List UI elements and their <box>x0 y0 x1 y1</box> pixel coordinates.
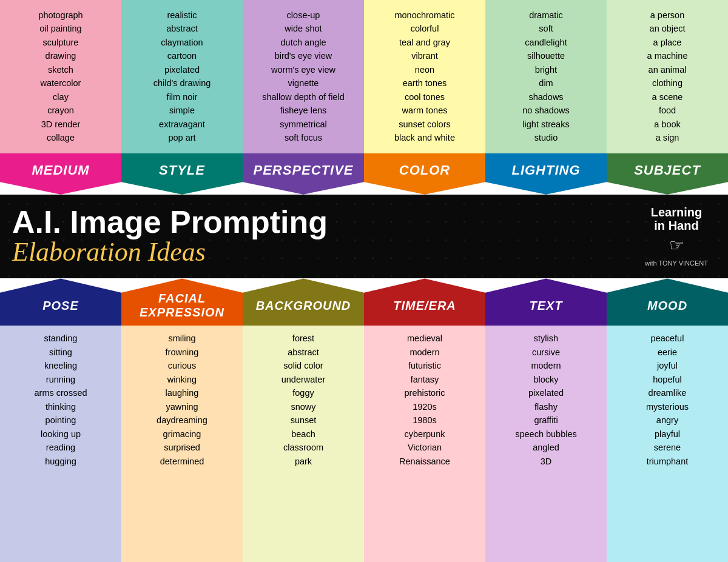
style-item-4: cartoon <box>126 49 238 62</box>
era-item-9: Victorian <box>369 441 480 454</box>
style-item-9: extravagant <box>126 118 238 131</box>
facial-item-10: determined <box>126 455 238 468</box>
color-item-7: cool tones <box>369 90 480 104</box>
style-item-5: pixelated <box>126 63 238 76</box>
bg-item-10: park <box>248 455 359 468</box>
text-label: TEXT <box>485 278 607 326</box>
banner-title: A.I. Image Prompting <box>12 206 637 238</box>
subject-item-8: food <box>612 104 723 117</box>
timeera-items-cell: medieval modern futuristic fantasy prehi… <box>364 326 485 562</box>
pose-item-2: sitting <box>5 346 116 359</box>
style-item-2: abstract <box>126 22 238 35</box>
lighting-item-3: candlelight <box>490 36 602 49</box>
perspective-item-4: bird's eye view <box>248 49 359 62</box>
style-item-7: film noir <box>126 90 238 104</box>
era-item-7: 1980s <box>369 413 480 427</box>
mood-item-3: joyful <box>612 359 723 372</box>
pose-item-8: looking up <box>5 427 116 441</box>
lighting-item-8: no shadows <box>490 104 602 117</box>
lighting-item-4: silhouette <box>490 49 602 62</box>
lighting-item-10: studio <box>490 131 602 144</box>
perspective-item-7: shallow depth of field <box>248 90 359 104</box>
pose-item-1: standing <box>5 332 116 345</box>
bg-item-3: solid color <box>248 359 359 372</box>
medium-items-cell: photograph oil painting sculpture drawin… <box>0 0 121 153</box>
subject-item-2: an object <box>612 22 723 35</box>
mood-item-2: eerie <box>612 346 723 359</box>
text-item-3: modern <box>490 359 602 372</box>
color-item-1: monochromatic <box>369 8 480 22</box>
color-item-5: neon <box>369 63 480 76</box>
perspective-item-8: fisheye lens <box>248 104 359 117</box>
mood-label: MOOD <box>607 278 728 326</box>
facial-item-3: curious <box>126 359 238 372</box>
text-item-7: graffiti <box>490 413 602 427</box>
medium-label: MEDIUM <box>0 153 121 195</box>
facial-expression-label: FACIAL EXPRESSION <box>121 278 243 326</box>
lighting-label: LIGHTING <box>485 153 607 195</box>
banner-text: A.I. Image Prompting Elaboration Ideas <box>12 206 637 267</box>
background-label: BACKGROUND <box>243 278 364 326</box>
era-item-3: futuristic <box>369 359 480 372</box>
logo-subtitle: with TONY VINCENT <box>645 259 708 267</box>
style-item-8: simple <box>126 104 238 117</box>
lighting-item-1: dramatic <box>490 8 602 22</box>
medium-item-7: clay <box>5 90 116 104</box>
style-label: STYLE <box>121 153 243 195</box>
era-item-5: prehistoric <box>369 386 480 400</box>
style-item-3: claymation <box>126 36 238 49</box>
text-items-cell: stylish cursive modern blocky pixelated … <box>485 326 607 562</box>
style-item-10: pop art <box>126 131 238 144</box>
pose-items-cell: standing sitting kneeling running arms c… <box>0 326 121 562</box>
text-item-4: blocky <box>490 373 602 386</box>
mood-item-8: playful <box>612 427 723 441</box>
bg-item-1: forest <box>248 332 359 345</box>
subject-item-3: a place <box>612 36 723 49</box>
era-item-4: fantasy <box>369 373 480 386</box>
perspective-item-5: worm's eye view <box>248 63 359 76</box>
mood-item-1: peaceful <box>612 332 723 345</box>
mood-item-6: mysterious <box>612 400 723 413</box>
text-item-6: flashy <box>490 400 602 413</box>
medium-item-8: crayon <box>5 104 116 117</box>
medium-item-10: collage <box>5 131 116 144</box>
lighting-item-7: shadows <box>490 90 602 104</box>
color-item-10: black and white <box>369 131 480 144</box>
color-item-4: vibrant <box>369 49 480 62</box>
medium-item-2: oil painting <box>5 22 116 35</box>
text-item-9: angled <box>490 441 602 454</box>
facial-item-4: winking <box>126 373 238 386</box>
perspective-label: PERSPECTIVE <box>243 153 364 195</box>
era-item-8: cyberpunk <box>369 427 480 441</box>
bottom-labels-row: POSE FACIAL EXPRESSION BACKGROUND TIME/E… <box>0 278 728 326</box>
logo-hand-icon: ☞ <box>669 235 684 256</box>
banner-subtitle: Elaboration Ideas <box>12 238 637 267</box>
color-item-2: colorful <box>369 22 480 35</box>
mood-items-cell: peaceful eerie joyful hopeful dreamlike … <box>607 326 728 562</box>
medium-item-4: drawing <box>5 49 116 62</box>
subject-item-4: a machine <box>612 49 723 62</box>
color-item-9: sunset colors <box>369 118 480 131</box>
color-label: COLOR <box>364 153 485 195</box>
bg-item-9: classroom <box>248 441 359 454</box>
color-items-cell: monochromatic colorful teal and gray vib… <box>364 0 485 153</box>
facial-item-9: surprised <box>126 441 238 454</box>
lighting-items-cell: dramatic soft candlelight silhouette bri… <box>485 0 607 153</box>
mood-item-5: dreamlike <box>612 386 723 400</box>
text-item-1: stylish <box>490 332 602 345</box>
main-container: photograph oil painting sculpture drawin… <box>0 0 728 562</box>
era-item-10: Renaissance <box>369 455 480 468</box>
perspective-items-cell: close-up wide shot dutch angle bird's ey… <box>243 0 364 153</box>
color-item-3: teal and gray <box>369 36 480 49</box>
perspective-item-9: symmetrical <box>248 118 359 131</box>
pose-item-5: arms crossed <box>5 386 116 400</box>
bottom-items-section: standing sitting kneeling running arms c… <box>0 326 728 562</box>
subject-item-6: clothing <box>612 76 723 90</box>
pose-label: POSE <box>0 278 121 326</box>
bg-item-6: snowy <box>248 400 359 413</box>
text-item-2: cursive <box>490 346 602 359</box>
subject-item-7: a scene <box>612 90 723 104</box>
subject-item-10: a sign <box>612 131 723 144</box>
top-items-section: photograph oil painting sculpture drawin… <box>0 0 728 153</box>
perspective-item-1: close-up <box>248 8 359 22</box>
